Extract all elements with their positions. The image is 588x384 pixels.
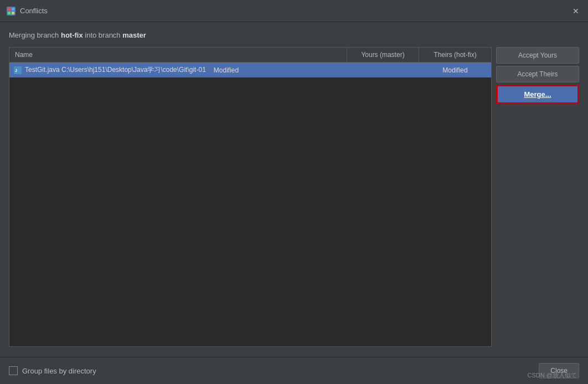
svg-rect-1: [12, 8, 14, 11]
table-header: Name Yours (master) Theirs (hot-fix): [9, 48, 491, 63]
java-file-icon: J: [14, 66, 22, 74]
merge-button[interactable]: Merge...: [496, 85, 579, 104]
group-by-directory-group: Group files by directory: [9, 366, 96, 375]
actions-panel: Accept Yours Accept Theirs Merge...: [496, 47, 579, 347]
svg-rect-3: [12, 12, 14, 14]
merge-middle: into branch: [83, 31, 123, 39]
accept-theirs-button[interactable]: Accept Theirs: [496, 66, 579, 82]
col-theirs-header: Theirs (hot-fix): [419, 48, 491, 62]
title-bar: Conflicts ✕: [0, 0, 588, 22]
source-branch: hot-fix: [61, 31, 83, 39]
table-body: J TestGit.java C:\Users\hj151\Desktop\Ja…: [9, 63, 491, 346]
content-area: Name Yours (master) Theirs (hot-fix) J T…: [9, 47, 579, 347]
conflicts-dialog: Conflicts ✕ Merging branch hot-fix into …: [0, 0, 588, 384]
target-branch: master: [122, 31, 146, 39]
file-full-path: TestGit.java C:\Users\hj151\Desktop\Java…: [25, 65, 206, 75]
col-yours-header: Yours (master): [347, 48, 419, 62]
bottom-bar: Group files by directory Close: [0, 357, 588, 384]
merge-prefix: Merging branch: [9, 31, 61, 39]
file-theirs-status: Modified: [419, 64, 491, 77]
dialog-title: Conflicts: [20, 7, 48, 15]
svg-rect-0: [8, 8, 11, 11]
file-yours-status: [347, 68, 419, 73]
accept-yours-button[interactable]: Accept Yours: [496, 47, 579, 64]
merge-info: Merging branch hot-fix into branch maste…: [9, 31, 579, 39]
file-yours-status-inline: Modified: [214, 66, 239, 74]
watermark: CSDN @放入似て: [528, 371, 577, 380]
file-table: Name Yours (master) Theirs (hot-fix) J T…: [9, 47, 492, 347]
table-row[interactable]: J TestGit.java C:\Users\hj151\Desktop\Ja…: [9, 63, 491, 77]
group-by-directory-label: Group files by directory: [22, 367, 96, 375]
col-name-header: Name: [9, 48, 347, 62]
dialog-body: Merging branch hot-fix into branch maste…: [0, 22, 588, 352]
app-icon: [7, 7, 16, 15]
svg-rect-2: [8, 12, 11, 14]
file-name-cell: J TestGit.java C:\Users\hj151\Desktop\Ja…: [9, 63, 347, 77]
window-close-button[interactable]: ✕: [570, 6, 581, 17]
group-by-directory-checkbox[interactable]: [9, 366, 18, 375]
svg-text:J: J: [15, 69, 17, 72]
